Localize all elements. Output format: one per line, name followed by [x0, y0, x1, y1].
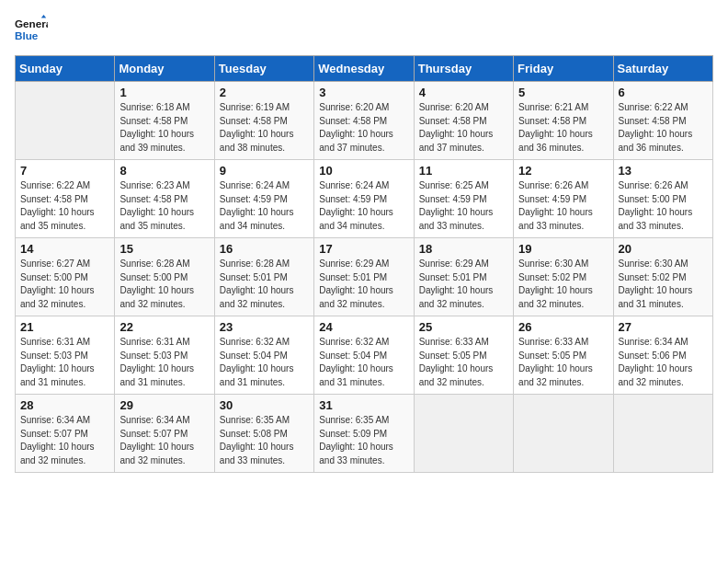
day-info: Sunrise: 6:32 AM Sunset: 5:04 PM Dayligh… — [220, 336, 309, 389]
day-info: Sunrise: 6:34 AM Sunset: 5:06 PM Dayligh… — [619, 336, 708, 389]
calendar-cell: 11Sunrise: 6:25 AM Sunset: 4:59 PM Dayli… — [414, 160, 513, 238]
calendar-body: 1Sunrise: 6:18 AM Sunset: 4:58 PM Daylig… — [16, 82, 713, 473]
day-info: Sunrise: 6:24 AM Sunset: 4:59 PM Dayligh… — [220, 179, 309, 233]
calendar-cell: 3Sunrise: 6:20 AM Sunset: 4:58 PM Daylig… — [314, 82, 414, 160]
svg-text:Blue: Blue — [15, 29, 39, 41]
day-info: Sunrise: 6:33 AM Sunset: 5:05 PM Dayligh… — [518, 336, 608, 389]
day-number: 22 — [119, 320, 209, 334]
calendar-cell: 16Sunrise: 6:28 AM Sunset: 5:01 PM Dayli… — [214, 238, 313, 316]
calendar-cell: 21Sunrise: 6:31 AM Sunset: 5:03 PM Dayli… — [16, 316, 115, 395]
day-info: Sunrise: 6:20 AM Sunset: 4:58 PM Dayligh… — [419, 101, 508, 155]
calendar-cell: 29Sunrise: 6:34 AM Sunset: 5:07 PM Dayli… — [115, 395, 214, 473]
day-number: 9 — [220, 164, 309, 178]
calendar-cell: 14Sunrise: 6:27 AM Sunset: 5:00 PM Dayli… — [16, 238, 115, 316]
weekday-header: Saturday — [613, 56, 712, 82]
page-header: GeneralBlue — [15, 15, 713, 48]
day-number: 16 — [220, 242, 309, 256]
weekday-header: Sunday — [16, 56, 115, 82]
day-info: Sunrise: 6:32 AM Sunset: 5:04 PM Dayligh… — [319, 336, 408, 389]
day-number: 18 — [419, 242, 508, 256]
calendar-cell: 22Sunrise: 6:31 AM Sunset: 5:03 PM Dayli… — [115, 316, 214, 395]
day-number: 3 — [319, 86, 408, 99]
day-info: Sunrise: 6:26 AM Sunset: 4:59 PM Dayligh… — [518, 179, 608, 233]
calendar-cell — [613, 395, 712, 473]
day-number: 15 — [119, 242, 209, 256]
day-number: 26 — [518, 320, 608, 334]
calendar-cell — [414, 395, 513, 473]
day-info: Sunrise: 6:19 AM Sunset: 4:58 PM Dayligh… — [220, 101, 309, 155]
day-info: Sunrise: 6:20 AM Sunset: 4:58 PM Dayligh… — [319, 101, 408, 155]
weekday-header: Thursday — [414, 56, 513, 82]
day-number: 14 — [20, 242, 109, 256]
weekday-header: Monday — [115, 56, 214, 82]
calendar-week-row: 28Sunrise: 6:34 AM Sunset: 5:07 PM Dayli… — [16, 395, 713, 473]
logo-icon: GeneralBlue — [15, 15, 48, 48]
calendar-cell: 8Sunrise: 6:23 AM Sunset: 4:58 PM Daylig… — [115, 160, 214, 238]
day-number: 10 — [319, 164, 408, 178]
day-number: 4 — [419, 86, 508, 99]
day-number: 21 — [20, 320, 109, 334]
weekday-header: Tuesday — [214, 56, 313, 82]
calendar-cell — [514, 395, 613, 473]
day-number: 24 — [319, 320, 408, 334]
day-number: 31 — [319, 398, 408, 412]
day-number: 1 — [119, 86, 209, 99]
calendar-cell: 23Sunrise: 6:32 AM Sunset: 5:04 PM Dayli… — [214, 316, 313, 395]
calendar-week-row: 7Sunrise: 6:22 AM Sunset: 4:58 PM Daylig… — [16, 160, 713, 238]
day-number: 5 — [518, 86, 608, 99]
day-number: 28 — [20, 398, 109, 412]
day-info: Sunrise: 6:30 AM Sunset: 5:02 PM Dayligh… — [619, 258, 708, 311]
calendar-cell: 15Sunrise: 6:28 AM Sunset: 5:00 PM Dayli… — [115, 238, 214, 316]
day-info: Sunrise: 6:31 AM Sunset: 5:03 PM Dayligh… — [119, 336, 209, 389]
day-info: Sunrise: 6:33 AM Sunset: 5:05 PM Dayligh… — [419, 336, 508, 389]
logo: GeneralBlue — [15, 15, 48, 48]
day-info: Sunrise: 6:29 AM Sunset: 5:01 PM Dayligh… — [419, 258, 508, 311]
day-info: Sunrise: 6:23 AM Sunset: 4:58 PM Dayligh… — [119, 179, 209, 233]
day-number: 30 — [220, 398, 309, 412]
calendar-cell: 13Sunrise: 6:26 AM Sunset: 5:00 PM Dayli… — [613, 160, 712, 238]
calendar-cell: 9Sunrise: 6:24 AM Sunset: 4:59 PM Daylig… — [214, 160, 313, 238]
day-number: 12 — [518, 164, 608, 178]
calendar-header-row: SundayMondayTuesdayWednesdayThursdayFrid… — [16, 56, 713, 82]
day-info: Sunrise: 6:22 AM Sunset: 4:58 PM Dayligh… — [619, 101, 708, 155]
calendar-cell: 6Sunrise: 6:22 AM Sunset: 4:58 PM Daylig… — [613, 82, 712, 160]
calendar-cell: 7Sunrise: 6:22 AM Sunset: 4:58 PM Daylig… — [16, 160, 115, 238]
calendar-cell: 18Sunrise: 6:29 AM Sunset: 5:01 PM Dayli… — [414, 238, 513, 316]
calendar-cell: 10Sunrise: 6:24 AM Sunset: 4:59 PM Dayli… — [314, 160, 414, 238]
svg-text:General: General — [15, 17, 48, 29]
day-info: Sunrise: 6:28 AM Sunset: 5:00 PM Dayligh… — [119, 258, 209, 311]
weekday-header: Friday — [514, 56, 613, 82]
day-number: 6 — [619, 86, 708, 99]
calendar-cell: 20Sunrise: 6:30 AM Sunset: 5:02 PM Dayli… — [613, 238, 712, 316]
day-info: Sunrise: 6:35 AM Sunset: 5:08 PM Dayligh… — [220, 414, 309, 467]
day-info: Sunrise: 6:30 AM Sunset: 5:02 PM Dayligh… — [518, 258, 608, 311]
calendar-cell: 2Sunrise: 6:19 AM Sunset: 4:58 PM Daylig… — [214, 82, 313, 160]
svg-marker-2 — [41, 15, 46, 18]
calendar-cell: 4Sunrise: 6:20 AM Sunset: 4:58 PM Daylig… — [414, 82, 513, 160]
calendar-cell: 27Sunrise: 6:34 AM Sunset: 5:06 PM Dayli… — [613, 316, 712, 395]
calendar-cell: 25Sunrise: 6:33 AM Sunset: 5:05 PM Dayli… — [414, 316, 513, 395]
day-number: 20 — [619, 242, 708, 256]
day-number: 29 — [119, 398, 209, 412]
day-info: Sunrise: 6:31 AM Sunset: 5:03 PM Dayligh… — [20, 336, 109, 389]
day-number: 2 — [220, 86, 309, 99]
day-number: 25 — [419, 320, 508, 334]
day-number: 7 — [20, 164, 109, 178]
weekday-header: Wednesday — [314, 56, 414, 82]
day-number: 23 — [220, 320, 309, 334]
calendar-cell: 5Sunrise: 6:21 AM Sunset: 4:58 PM Daylig… — [514, 82, 613, 160]
day-info: Sunrise: 6:35 AM Sunset: 5:09 PM Dayligh… — [319, 414, 408, 467]
day-number: 27 — [619, 320, 708, 334]
calendar-cell: 26Sunrise: 6:33 AM Sunset: 5:05 PM Dayli… — [514, 316, 613, 395]
day-info: Sunrise: 6:28 AM Sunset: 5:01 PM Dayligh… — [220, 258, 309, 311]
calendar-cell: 30Sunrise: 6:35 AM Sunset: 5:08 PM Dayli… — [214, 395, 313, 473]
calendar-cell: 28Sunrise: 6:34 AM Sunset: 5:07 PM Dayli… — [16, 395, 115, 473]
calendar-cell: 19Sunrise: 6:30 AM Sunset: 5:02 PM Dayli… — [514, 238, 613, 316]
day-info: Sunrise: 6:18 AM Sunset: 4:58 PM Dayligh… — [119, 101, 209, 155]
calendar-cell: 17Sunrise: 6:29 AM Sunset: 5:01 PM Dayli… — [314, 238, 414, 316]
calendar-week-row: 14Sunrise: 6:27 AM Sunset: 5:00 PM Dayli… — [16, 238, 713, 316]
calendar-cell — [16, 82, 115, 160]
day-info: Sunrise: 6:21 AM Sunset: 4:58 PM Dayligh… — [518, 101, 608, 155]
calendar-cell: 1Sunrise: 6:18 AM Sunset: 4:58 PM Daylig… — [115, 82, 214, 160]
calendar-week-row: 21Sunrise: 6:31 AM Sunset: 5:03 PM Dayli… — [16, 316, 713, 395]
